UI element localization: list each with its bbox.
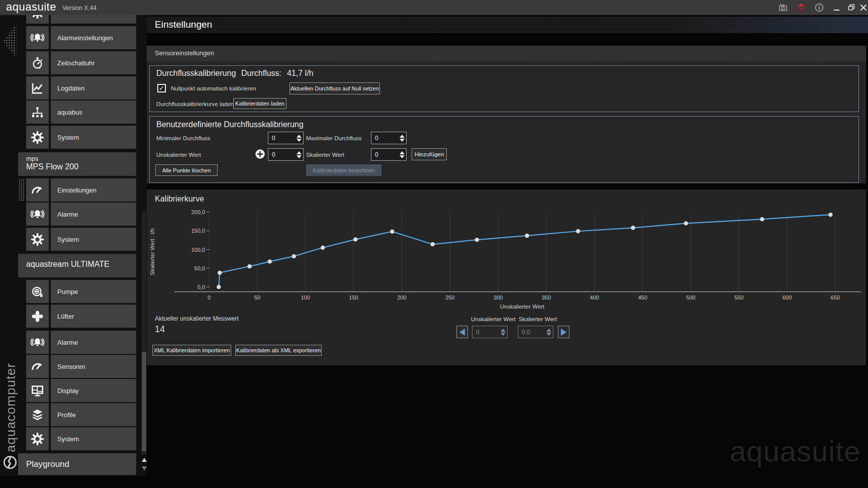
flow-value: 41,7 l/h [287,69,313,78]
sidebar-item-mps-einstellungen[interactable]: Einstellungen [26,178,136,202]
flow-label: Durchfluss: [241,69,281,78]
sidebar-item-as-alarme[interactable]: Alarme [26,331,136,354]
auto-zero-checkbox[interactable]: ✓ [157,84,166,92]
svg-text:250: 250 [445,295,454,301]
svg-text:Skalierter Wert : l/h: Skalierter Wert : l/h [149,228,155,275]
sidebar: aquacomputer Alarmeinstellungen Zeitscha… [0,0,147,476]
nav-unscaled-spinner[interactable]: 0 [472,326,508,338]
spinner-arrows[interactable] [398,149,406,160]
sidebar-item-sensoren[interactable]: Sensoren [26,355,136,378]
unscaled-value-spinner[interactable]: 0 [268,148,304,161]
spinner-arrows[interactable] [398,132,406,144]
sidebar-item-mps-alarme[interactable]: Alarme [26,203,136,226]
flow-calibration-panel: Durchflusskalibrierung Durchfluss: 41,7 … [149,65,859,112]
spinner-arrows[interactable] [499,326,507,338]
minimize-button[interactable] [829,2,843,14]
sidebar-item-mps-system[interactable]: System [26,228,136,251]
sidebar-item-system[interactable]: System [26,126,136,149]
scaled-value-spinner[interactable]: 0 [371,148,407,161]
camera-icon [778,3,788,13]
previous-point-button[interactable] [456,326,468,338]
svg-text:150: 150 [349,295,358,301]
spinner-arrows[interactable] [544,326,553,338]
active-item-dot-marker [19,179,24,201]
nav-scaled-label: Skalierter Wert [519,316,557,322]
sidebar-section-mps[interactable]: mps MPS Flow 200 [18,152,136,176]
section-title: Sensoreinstellungen [147,46,866,57]
delete-all-points-button[interactable]: Alle Punkte löschen [155,164,218,176]
max-flow-label: Maximaler Durchfluss [306,135,362,141]
sidebar-item-label: Alarme [57,339,78,346]
set-flow-zero-button[interactable]: Aktuellen Durchfluss auf Null setzen [290,82,380,94]
svg-text:100: 100 [301,295,310,301]
aquacomputer-vertical-brand: aquacomputer [3,346,19,452]
svg-text:50: 50 [254,295,260,301]
svg-text:650: 650 [831,295,840,301]
red-layers-icon [796,3,806,13]
scroll-down-icon[interactable] [142,466,147,470]
max-flow-spinner[interactable]: 0 [371,132,407,144]
minimize-icon [834,10,839,11]
add-point-plus-icon[interactable] [254,148,266,160]
alarm-bell-icon [26,26,49,49]
sidebar-item-label: Playground [26,459,69,469]
svg-text:100,0: 100,0 [191,247,205,253]
log-chart-icon [26,76,49,100]
custom-calibration-panel: Benutzerdefinierte Durchflusskalibrierun… [149,116,859,183]
gauge-icon [26,178,49,202]
sidebar-item-as-system[interactable]: System [26,427,136,450]
page-header: Einstellungen [147,17,868,33]
sidebar-item-profile[interactable]: Profile [26,403,136,426]
spinner-value: 0 [472,329,499,336]
svg-text:200,0: 200,0 [191,209,205,215]
svg-text:50,0: 50,0 [195,265,205,271]
svg-text:0,0: 0,0 [198,284,205,290]
alarm-bell-icon [26,203,49,226]
svg-text:450: 450 [638,295,647,301]
screenshot-button[interactable] [776,2,790,14]
sidebar-item-label: Profile [57,411,76,419]
import-xml-button[interactable]: XML Kalibrierdaten importieren [152,345,231,356]
load-calibration-button[interactable]: Kalibrierdaten laden [233,98,286,109]
spinner-arrows[interactable] [295,149,303,160]
info-button[interactable] [812,2,826,14]
min-flow-spinner[interactable]: 0 [268,132,304,144]
sidebar-item-luefter[interactable]: Lüfter [26,305,136,328]
sidebar-item-zeitschaltuhr[interactable]: Zeitschaltuhr [26,51,136,74]
svg-text:0: 0 [208,295,211,301]
spinner-arrows[interactable] [295,132,303,144]
scroll-up-icon[interactable] [142,458,147,462]
close-icon [858,3,868,13]
pump-icon [26,280,49,303]
sidebar-item-label: Alarmeinstellungen [57,34,113,42]
svg-text:Unskalierter Wert: Unskalierter Wert [500,304,545,310]
svg-text:150,0: 150,0 [191,228,205,234]
scaled-label: Skalierter Wert [306,152,344,158]
sidebar-item-alarmeinstellungen[interactable]: Alarmeinstellungen [26,26,136,49]
svg-text:550: 550 [734,295,743,301]
sidebar-item-display[interactable]: Display [26,379,136,402]
overlay-button[interactable] [794,2,808,14]
nav-scaled-spinner[interactable]: 0,0 [518,326,553,338]
sidebar-item-logdaten[interactable]: Logdaten [26,76,136,100]
sidebar-item-playground[interactable]: Playground [18,453,136,475]
info-icon [814,3,824,13]
sidebar-item-label: Logdaten [57,84,84,92]
sidebar-item-label: Sensoren [57,363,85,370]
export-xml-button[interactable]: Kalibrierdaten als XML exportieren [235,345,322,356]
calibration-curve-svg[interactable]: 0501001502002503003504004505005506006500… [147,189,866,313]
sidebar-scrollbar-thumb[interactable] [142,352,146,451]
section-line1: mps [26,155,136,162]
add-button[interactable]: Hinzufügen [412,148,447,160]
sidebar-item-pumpe[interactable]: Pumpe [26,280,136,303]
sidebar-section-aquastream[interactable]: aquastream ULTIMATE [18,254,136,277]
close-button[interactable] [856,2,868,14]
aquasuite-watermark: aquasuite [730,434,861,468]
next-point-button[interactable] [558,326,569,338]
sidebar-item-aquabus[interactable]: aquabus [26,101,136,124]
sidebar-item-label: aquabus [57,109,82,116]
sidebar-item-label: Display [57,387,79,395]
checkmark-icon: ✓ [159,85,164,91]
gauge-icon [26,355,49,378]
layers-icon [26,403,49,426]
